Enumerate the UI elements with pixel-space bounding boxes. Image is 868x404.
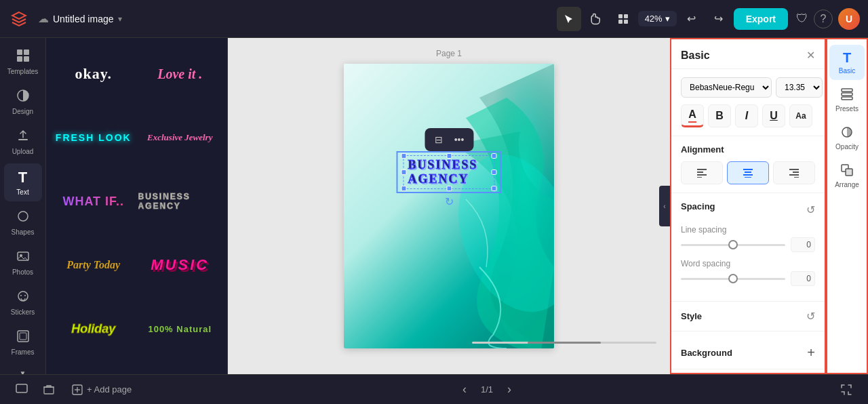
redo-button[interactable]: ↪ [707,7,731,31]
background-add-button[interactable]: + [807,345,815,361]
spacing-reset-button[interactable]: ↺ [806,203,815,216]
bold-button[interactable]: B [708,104,731,127]
stickers-icon [16,289,30,306]
line-spacing-slider[interactable] [681,244,785,246]
template-card-business-agency[interactable]: BUSINESS AGENCY [138,171,222,232]
app-logo[interactable] [8,8,30,30]
delete-button[interactable] [38,379,60,401]
basic-label: Basic [839,67,855,75]
right-panel-close-button[interactable]: ✕ [806,49,815,62]
document-title[interactable]: Untitled image [53,14,114,24]
underline-button[interactable]: U [762,104,785,127]
select-tool-button[interactable] [557,7,581,31]
element-image-button[interactable]: ⊟ [430,131,448,148]
align-right-button[interactable] [773,161,815,184]
element-more-button[interactable]: ••• [450,131,468,148]
line-spacing-value: 0 [791,237,815,252]
word-spacing-row: Word spacing 0 [681,259,815,286]
rotate-handle[interactable]: ↻ [445,195,454,208]
zoom-value: 42% [645,14,663,24]
text-color-button[interactable]: A [681,104,704,127]
sidebar-item-templates[interactable]: Templates [4,43,42,81]
far-right-sidebar: T Basic Presets Opacity Arrange [826,38,868,374]
user-avatar[interactable]: U [838,8,860,30]
template-card-exclusive[interactable]: Exclusive Jewelry [138,107,222,168]
case-button[interactable]: Aa [789,104,812,127]
resize-handle-bm[interactable] [446,186,452,191]
export-button[interactable]: Export [734,8,788,30]
line-spacing-label: Line spacing [681,225,815,235]
svg-rect-16 [18,331,28,342]
template-card-holiday[interactable]: Holiday [52,298,136,359]
template-card-loveit[interactable]: Love it . [138,43,222,104]
add-page-button[interactable]: + Add page [65,382,138,398]
sidebar-item-more[interactable]: ▼ [4,364,42,374]
sidebar-item-upload[interactable]: Upload [4,123,42,161]
add-page-label: + Add page [87,384,132,395]
topbar-right-icons: 🛡 ? U [796,8,860,30]
prev-page-button[interactable]: ‹ [454,379,475,401]
spacing-section: Spacing ↺ Line spacing 0 Word spacing 0 [671,193,825,302]
text-icon: T [18,169,27,186]
help-icon[interactable]: ? [814,9,833,28]
undo-button[interactable]: ↩ [679,7,704,31]
template-card-okay[interactable]: okay. [52,43,136,104]
resize-handle-br[interactable] [492,186,497,191]
arrange-label: Arrange [835,181,859,188]
sidebar-item-photos[interactable]: Photos [4,244,42,281]
word-spacing-slider-row: 0 [681,271,815,286]
template-card-music[interactable]: MUSIC [138,235,222,296]
grid-button[interactable] [611,7,635,31]
resize-handle-rm[interactable] [492,169,497,175]
svg-rect-2 [618,20,623,24]
title-chevron-icon[interactable]: ▾ [118,14,122,24]
far-sidebar-item-arrange[interactable]: Arrange [829,159,865,194]
undo-redo-group: ↩ ↪ [679,7,731,31]
sidebar-item-text[interactable]: T Text [4,163,42,201]
page-thumbnail-button[interactable] [11,379,33,401]
selected-text-element[interactable]: ⊟ ••• BUSINESS AGENCY ↻ [397,151,502,193]
canvas-text-element: BUSINESS AGENCY [408,158,478,186]
sidebar-item-shapes[interactable]: Shapes [4,204,42,241]
far-sidebar-item-presets[interactable]: Presets [829,83,865,118]
topbar: ☁ Untitled image ▾ 42% ▾ ↩ ↪ Export 🛡 ? … [0,0,868,38]
italic-button[interactable]: I [735,104,758,127]
alignment-section: Alignment [671,136,825,193]
panel-collapse-toggle[interactable]: ‹ [659,186,670,226]
background-section: Background + [671,331,825,369]
next-page-button[interactable]: › [498,379,520,401]
style-reset-button[interactable]: ↺ [806,310,815,323]
far-sidebar-item-opacity[interactable]: Opacity [829,121,865,156]
opacity-label: Opacity [835,143,859,150]
template-card-natural[interactable]: 100% Natural [138,298,222,359]
canvas[interactable]: ⊟ ••• BUSINESS AGENCY ↻ [344,64,554,348]
expand-button[interactable] [835,379,857,401]
resize-handle-bl[interactable] [401,186,407,191]
hand-tool-button[interactable] [584,7,608,31]
resize-handle-lm[interactable] [401,169,407,175]
far-sidebar-item-basic[interactable]: T Basic [829,45,865,80]
template-panel: okay. Love it . FRESH LOOK Exclusive Jew… [46,38,228,374]
align-left-button[interactable] [681,161,723,184]
resize-handle-tl[interactable] [401,153,407,159]
font-size-select[interactable]: 13.35 [776,77,823,98]
presets-icon [841,88,853,104]
word-spacing-label: Word spacing [681,259,815,268]
sidebar-item-frames[interactable]: Frames [4,324,42,361]
font-section: BebasNeue-Regu 13.35 ▾ A B I U Aa [671,69,825,136]
sidebar-item-design[interactable]: Design [4,83,42,121]
resize-handle-tm[interactable] [446,153,452,159]
zoom-control[interactable]: 42% ▾ [638,11,677,26]
svg-rect-5 [24,49,29,55]
sidebar-item-stickers[interactable]: Stickers [4,284,42,321]
more-icon: ▼ [20,369,26,374]
word-spacing-slider[interactable] [681,278,785,280]
template-card-party[interactable]: Party Today [52,235,136,296]
template-card-whatif[interactable]: WHAT IF.. [52,171,136,232]
template-card-freshlook[interactable]: FRESH LOOK [52,107,136,168]
resize-handle-tr[interactable] [492,153,497,159]
element-toolbar: ⊟ ••• [425,128,473,151]
font-family-select[interactable]: BebasNeue-Regu [681,77,772,98]
align-center-button[interactable] [727,161,769,184]
svg-rect-37 [16,384,27,392]
